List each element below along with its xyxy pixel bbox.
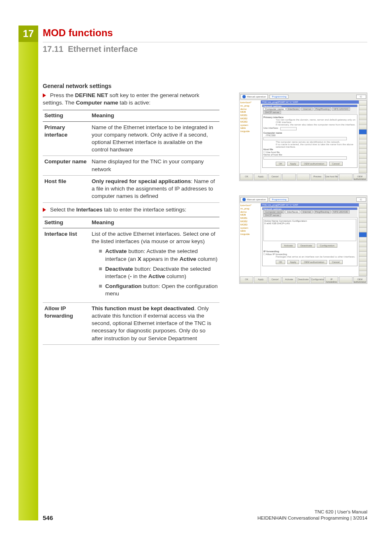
side-button[interactable] xyxy=(359,120,367,125)
softkey[interactable]: IP forwarding On/Off xyxy=(325,276,338,283)
side-button[interactable] xyxy=(359,134,367,139)
section-name: Ethernet interface xyxy=(68,44,138,53)
side-button[interactable] xyxy=(359,203,367,208)
host-file-field[interactable] xyxy=(263,156,347,160)
side-button[interactable] xyxy=(359,242,367,247)
computer-name-field[interactable] xyxy=(263,137,347,140)
softkey[interactable]: Cancel xyxy=(268,276,281,283)
programming-tab: Programming xyxy=(270,197,288,202)
triangle-icon xyxy=(43,208,46,212)
tab-computer-name[interactable]: Computer name xyxy=(263,107,286,111)
chapter-badge: 17 xyxy=(18,26,38,42)
screenshot-header: Manual operation Programming ⏲ xyxy=(240,196,367,203)
th-setting: Setting xyxy=(43,217,90,228)
side-button[interactable] xyxy=(359,251,367,256)
side-button[interactable] xyxy=(359,158,367,163)
side-button[interactable] xyxy=(359,228,367,232)
page-number: 546 xyxy=(43,514,53,521)
side-button[interactable] xyxy=(359,149,367,153)
side-button[interactable] xyxy=(359,223,367,228)
softkey[interactable]: Configuration xyxy=(311,276,324,283)
mode-box: Manual operation xyxy=(240,94,268,99)
softkey[interactable] xyxy=(339,276,352,283)
clock-icon: ⏲ xyxy=(356,95,366,99)
softkey[interactable]: Cancel xyxy=(268,174,281,180)
side-button[interactable] xyxy=(359,247,367,252)
softkey[interactable]: Apply xyxy=(254,276,267,283)
softkey[interactable]: OEM authorization xyxy=(353,276,367,283)
tab-row: Computer nameInterfacesInternetPing/Rout… xyxy=(262,107,357,115)
softkey[interactable]: OK xyxy=(240,276,253,283)
chapter-title: MOD functions xyxy=(43,27,113,39)
side-button[interactable] xyxy=(359,218,367,223)
softkey[interactable] xyxy=(339,174,352,180)
softkey[interactable]: Deactivate xyxy=(297,276,310,283)
ok-button[interactable]: OK xyxy=(276,162,285,166)
cancel-button[interactable]: Cancel xyxy=(329,260,343,264)
mode-box: Manual operation xyxy=(240,197,268,202)
side-button[interactable] xyxy=(359,129,367,134)
clock-icon: ⏲ xyxy=(356,197,366,202)
side-button[interactable] xyxy=(359,261,367,266)
tab-interfaces[interactable]: Interfaces xyxy=(286,107,300,111)
side-button[interactable] xyxy=(359,125,367,130)
tab-internet[interactable]: Internet xyxy=(301,210,312,214)
table-row: Interface list List of the active Ethern… xyxy=(43,228,219,302)
oem-button[interactable]: OEM authorization xyxy=(301,260,327,264)
softkey[interactable] xyxy=(297,174,310,180)
ok-button[interactable]: OK xyxy=(276,260,285,264)
softkey[interactable]: Use host file xyxy=(325,174,338,180)
header-rule xyxy=(43,42,367,42)
th-meaning: Meaning xyxy=(90,110,219,121)
configuration-button[interactable]: Configuration xyxy=(317,244,337,248)
side-button[interactable] xyxy=(359,213,367,218)
side-button[interactable] xyxy=(359,153,367,158)
tab-nfs[interactable]: NFS UID/GID xyxy=(332,210,350,214)
tab-ping[interactable]: Ping/Routing xyxy=(314,107,331,111)
tab-computer-name[interactable]: Computer name xyxy=(263,210,284,214)
tab-nfs[interactable]: NFS UID/GID xyxy=(332,107,350,111)
side-button[interactable] xyxy=(359,256,367,261)
footer-text: TNC 620 | User's Manual HEIDENHAIN Conve… xyxy=(257,509,367,521)
side-button[interactable] xyxy=(359,237,367,242)
side-button[interactable] xyxy=(359,168,367,173)
content-column: General network settings Press the DEFIN… xyxy=(43,82,219,348)
softkey[interactable]: OEM authorization xyxy=(353,174,367,180)
screenshot-computer-name: Manual operation Programming ⏲ lost+foun… xyxy=(239,93,367,181)
side-button[interactable] xyxy=(359,208,367,213)
programming-tab: Programming xyxy=(270,95,288,99)
apply-button[interactable]: Apply xyxy=(287,260,299,264)
side-button[interactable] xyxy=(359,105,367,110)
softkey[interactable]: Apply xyxy=(254,174,267,180)
softkey[interactable] xyxy=(282,174,295,180)
use-interface-field[interactable] xyxy=(280,127,297,130)
activate-button[interactable]: Activate xyxy=(281,244,295,248)
side-button[interactable] xyxy=(359,139,367,144)
side-button[interactable] xyxy=(359,110,367,115)
file-tree: lost+foun* nc_prog demo MDB MGB1 MGB2 MG… xyxy=(240,203,261,276)
tab-dhcp[interactable]: DHCP server xyxy=(263,111,281,114)
tab-internet[interactable]: Internet xyxy=(301,107,313,111)
oem-button[interactable]: OEM authorization xyxy=(301,162,327,166)
tab-ping[interactable]: Ping/Routing xyxy=(314,210,331,214)
softkey[interactable]: Preview xyxy=(311,174,324,180)
side-button[interactable] xyxy=(359,115,367,120)
tab-interfaces[interactable]: Interfaces xyxy=(285,210,300,214)
side-button[interactable] xyxy=(359,266,367,271)
softkey[interactable]: OK xyxy=(240,174,253,180)
side-button[interactable] xyxy=(359,271,367,276)
cancel-button[interactable]: Cancel xyxy=(329,162,343,166)
page: 17 MOD functions 17.11 Ethernet interfac… xyxy=(0,0,392,541)
side-button[interactable] xyxy=(359,232,367,237)
side-button[interactable] xyxy=(359,100,367,105)
side-buttons xyxy=(359,203,367,276)
side-button[interactable] xyxy=(359,163,367,168)
side-button[interactable] xyxy=(359,144,367,149)
table-general: Setting Meaning Primary interface Name o… xyxy=(43,110,219,202)
apply-button[interactable]: Apply xyxy=(287,162,299,166)
tab-dhcp[interactable]: DHCP server xyxy=(263,214,281,217)
side-stripe xyxy=(18,42,38,520)
softkey[interactable]: Activate xyxy=(282,276,295,283)
th-meaning: Meaning xyxy=(90,217,219,228)
deactivate-button[interactable]: Deactivate xyxy=(297,244,315,248)
